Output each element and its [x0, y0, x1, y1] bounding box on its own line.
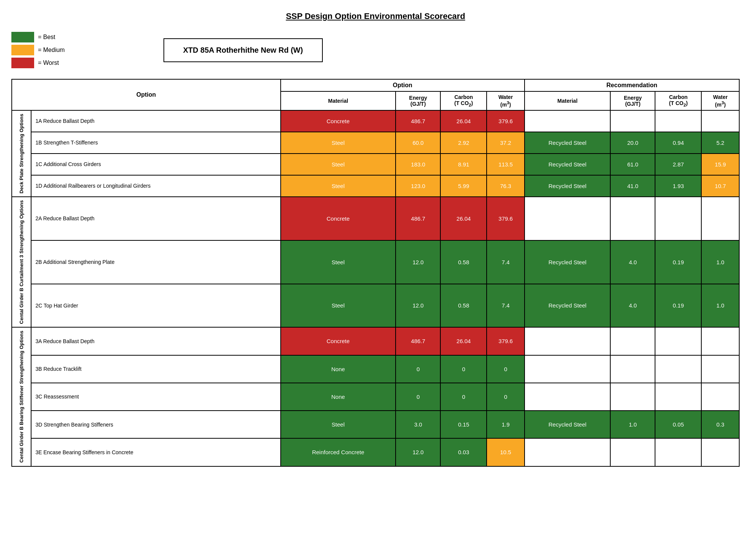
table-cell: 0 [440, 383, 487, 411]
table-cell: 486.7 [396, 197, 440, 240]
table-cell [610, 197, 655, 240]
table-cell: 1.93 [655, 175, 701, 197]
table-cell: 0 [396, 383, 440, 411]
option-label: 2C Top Hat Girder [31, 284, 280, 328]
scorecard-table: Option Option Recommendation Material En… [11, 79, 740, 467]
table-cell: None [281, 383, 396, 411]
table-cell: Steel [281, 411, 396, 438]
table-cell: 61.0 [610, 154, 655, 175]
rec-water-header: Water(m3) [701, 91, 739, 110]
table-cell: 3.0 [396, 411, 440, 438]
table-cell: Steel [281, 175, 396, 197]
option-label: 3A Reduce Ballast Depth [31, 327, 280, 355]
table-cell: Steel [281, 284, 396, 328]
table-cell: 5.2 [701, 132, 739, 154]
table-cell [701, 355, 739, 383]
table-cell [525, 327, 610, 355]
table-cell: 0.05 [655, 411, 701, 438]
table-cell: 0.3 [701, 411, 739, 438]
rec-material-header: Material [525, 91, 610, 110]
table-cell: 379.6 [487, 197, 525, 240]
option-label: 1D Additional Railbearers or Longitudina… [31, 175, 280, 197]
table-cell: 0.19 [655, 240, 701, 284]
table-cell [610, 355, 655, 383]
table-cell [610, 110, 655, 132]
option-label: 3B Reduce Tracklift [31, 355, 280, 383]
legend-color-worst [11, 58, 34, 68]
legend-label-medium: = Medium [38, 47, 65, 53]
opt-material-header: Material [281, 91, 396, 110]
table-cell: Recycled Steel [525, 132, 610, 154]
recommendation-group-header: Recommendation [525, 79, 739, 91]
table-cell: Concrete [281, 110, 396, 132]
option-label: 1A Reduce Ballast Depth [31, 110, 280, 132]
table-cell: 26.04 [440, 110, 487, 132]
table-cell: 15.9 [701, 154, 739, 175]
table-cell: 0 [396, 355, 440, 383]
table-cell: 1.0 [610, 411, 655, 438]
table-cell: 5.99 [440, 175, 487, 197]
table-cell: 76.3 [487, 175, 525, 197]
table-cell: 0.58 [440, 284, 487, 328]
table-cell: 4.0 [610, 284, 655, 328]
table-cell: 0.94 [655, 132, 701, 154]
table-cell [525, 383, 610, 411]
table-cell: 7.4 [487, 284, 525, 328]
page-title: SSP Design Option Environmental Scorecar… [11, 11, 740, 21]
table-cell: Steel [281, 154, 396, 175]
table-cell: 0 [487, 383, 525, 411]
table-cell: 113.5 [487, 154, 525, 175]
table-cell [525, 110, 610, 132]
table-cell [655, 327, 701, 355]
table-cell: Recycled Steel [525, 240, 610, 284]
legend-color-best [11, 32, 34, 42]
option-label: 1B Strengthen T-Stiffeners [31, 132, 280, 154]
table-cell: 41.0 [610, 175, 655, 197]
table-cell [610, 438, 655, 466]
legend-medium: = Medium [11, 45, 65, 55]
table-cell [525, 355, 610, 383]
table-cell: 379.6 [487, 110, 525, 132]
table-cell: Recycled Steel [525, 154, 610, 175]
table-cell: 0 [440, 355, 487, 383]
table-cell: 10.5 [487, 438, 525, 466]
legend-label-best: = Best [38, 34, 55, 41]
table-cell: 486.7 [396, 327, 440, 355]
table-cell: 37.2 [487, 132, 525, 154]
table-cell [610, 327, 655, 355]
table-cell: 20.0 [610, 132, 655, 154]
legend-worst: = Worst [11, 58, 65, 68]
table-cell: Recycled Steel [525, 175, 610, 197]
opt-energy-header: Energy(GJ/T) [396, 91, 440, 110]
table-cell: Recycled Steel [525, 411, 610, 438]
table-cell [701, 383, 739, 411]
opt-water-header: Water(m3) [487, 91, 525, 110]
table-cell [701, 327, 739, 355]
table-cell: 12.0 [396, 240, 440, 284]
table-cell: Steel [281, 240, 396, 284]
table-cell: 7.4 [487, 240, 525, 284]
table-cell: 486.7 [396, 110, 440, 132]
option-label: 3D Strengthen Bearing Stiffeners [31, 411, 280, 438]
option-group-header: Option [281, 79, 525, 91]
legend: = Best = Medium = Worst [11, 32, 65, 68]
table-cell: 379.6 [487, 327, 525, 355]
row-group-label: Cental Girder B Curtailment 3 Strengthen… [12, 197, 31, 327]
table-cell: 2.92 [440, 132, 487, 154]
option-header: Option [12, 79, 281, 110]
table-cell [655, 355, 701, 383]
row-group-label: Deck Plate Strengthening Options [12, 110, 31, 197]
table-cell [610, 383, 655, 411]
table-cell [525, 438, 610, 466]
table-cell: None [281, 355, 396, 383]
option-label: 3C Reassessment [31, 383, 280, 411]
table-cell [655, 110, 701, 132]
legend-best: = Best [11, 32, 65, 42]
table-cell: 0.03 [440, 438, 487, 466]
table-cell: Steel [281, 132, 396, 154]
table-cell: 8.91 [440, 154, 487, 175]
table-cell: 4.0 [610, 240, 655, 284]
table-cell: 10.7 [701, 175, 739, 197]
table-cell: 1.0 [701, 240, 739, 284]
table-cell [655, 383, 701, 411]
